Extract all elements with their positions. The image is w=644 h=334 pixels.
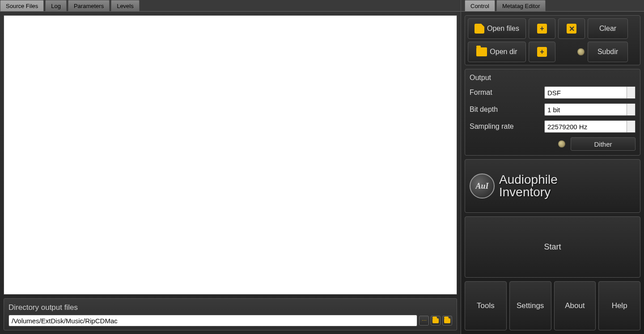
output-title: Output [470, 74, 636, 82]
brand-line2: Inventory [499, 186, 558, 199]
x-icon: ✕ [567, 24, 576, 34]
brand-badge-icon: AuI [470, 173, 495, 199]
browse-folder-2-icon[interactable] [442, 316, 452, 326]
brand-line1: Audiophile [499, 173, 558, 186]
output-settings-box: Output Format DSF Bit depth 1 bit Sampli… [465, 69, 640, 156]
output-directory-label: Directory output files [8, 303, 452, 312]
output-directory-section: Directory output files ⋯ [4, 298, 457, 330]
about-button[interactable]: About [554, 281, 596, 330]
source-files-canvas[interactable] [4, 15, 457, 295]
right-tab-bar: Control Metatag Editor [461, 0, 644, 12]
dither-button[interactable]: Dither [571, 137, 636, 151]
bottom-button-row: Tools Settings About Help [465, 281, 640, 330]
tab-log[interactable]: Log [45, 0, 67, 11]
open-dir-button[interactable]: Open dir [468, 42, 526, 62]
tab-metatag-editor[interactable]: Metatag Editor [496, 0, 546, 11]
subdir-button[interactable]: Subdir [588, 42, 628, 62]
tab-source-files[interactable]: Source Files [0, 0, 44, 11]
subdir-label: Subdir [597, 48, 618, 56]
subdir-led-icon [577, 48, 585, 55]
plus-icon: + [537, 24, 547, 34]
settings-button[interactable]: Settings [509, 281, 551, 330]
browse-dots-icon[interactable]: ⋯ [419, 316, 429, 326]
file-icon [475, 24, 484, 34]
clear-label: Clear [599, 25, 616, 33]
right-panel: Control Metatag Editor Open files + ✕ Cl… [461, 0, 644, 334]
format-select[interactable]: DSF [544, 86, 636, 99]
tab-levels[interactable]: Levels [111, 0, 140, 11]
folder-icon [432, 318, 439, 323]
left-panel: Source Files Log Parameters Levels Direc… [0, 0, 461, 334]
control-button-grid: Open files + ✕ Clear Open dir + [465, 15, 640, 65]
bit-depth-select[interactable]: 1 bit [544, 103, 636, 116]
remove-files-button[interactable]: ✕ [558, 18, 585, 39]
help-button[interactable]: Help [598, 281, 640, 330]
dither-led-icon [558, 140, 565, 148]
folder-icon [444, 318, 450, 323]
output-directory-input[interactable] [8, 315, 417, 326]
start-button[interactable]: Start [465, 216, 640, 278]
browse-folder-icon[interactable] [431, 316, 441, 326]
open-files-button[interactable]: Open files [468, 18, 526, 39]
tab-parameters[interactable]: Parameters [68, 0, 110, 11]
tab-control[interactable]: Control [465, 0, 495, 11]
format-label: Format [470, 89, 544, 97]
brand-logo-box: AuI Audiophile Inventory [465, 159, 640, 213]
sampling-rate-select[interactable]: 22579200 Hz [544, 120, 636, 133]
open-files-label: Open files [487, 25, 519, 33]
output-directory-row: ⋯ [8, 315, 452, 326]
add-dir-button[interactable]: + [529, 42, 555, 62]
left-tab-bar: Source Files Log Parameters Levels [0, 0, 461, 12]
tools-button[interactable]: Tools [465, 281, 507, 330]
clear-button[interactable]: Clear [588, 18, 628, 39]
add-files-button[interactable]: + [529, 18, 555, 39]
open-dir-label: Open dir [490, 48, 517, 56]
subdir-led-cell [558, 42, 585, 62]
folder-icon [476, 47, 487, 56]
folder-plus-icon: + [537, 47, 547, 57]
sampling-rate-label: Sampling rate [470, 123, 544, 131]
brand-text: Audiophile Inventory [499, 173, 558, 199]
bit-depth-label: Bit depth [470, 106, 544, 114]
